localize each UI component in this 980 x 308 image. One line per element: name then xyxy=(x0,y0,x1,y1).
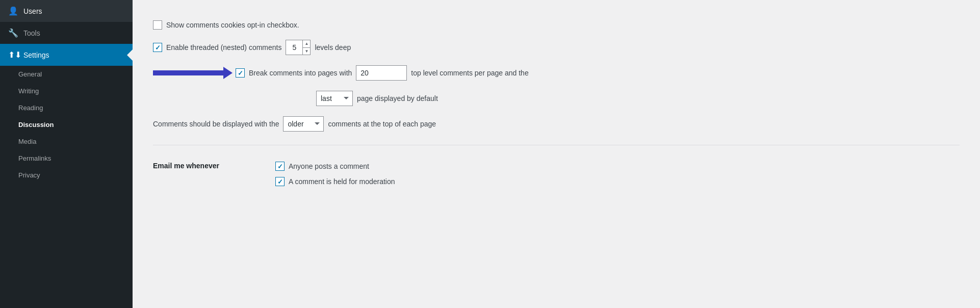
settings-icon: ⬆⬇ xyxy=(8,50,18,60)
main-content: Show comments cookies opt-in checkbox. E… xyxy=(133,0,980,308)
threaded-comments-spinner[interactable]: ▲ ▼ xyxy=(286,40,311,55)
sidebar-item-label: Users xyxy=(23,7,42,15)
sidebar-item-label: Tools xyxy=(23,29,40,37)
held-moderation-checkbox[interactable] xyxy=(275,177,285,186)
email-section-heading: Email me whenever xyxy=(153,162,265,170)
sidebar: 👤 Users 🔧 Tools ⬆⬇ Settings General Writ… xyxy=(0,0,133,308)
section-divider xyxy=(153,145,960,145)
blue-arrow-head xyxy=(223,67,233,79)
users-icon: 👤 xyxy=(8,6,18,16)
comments-display-label-after: comments at the top of each page xyxy=(328,120,436,128)
settings-section: Show comments cookies opt-in checkbox. E… xyxy=(153,15,960,194)
threaded-comments-label-after: levels deep xyxy=(315,43,351,52)
break-comments-label-before: Break comments into pages with xyxy=(249,69,352,77)
submenu-item-reading[interactable]: Reading xyxy=(0,99,133,116)
row-show-comments-cookies: Show comments cookies opt-in checkbox. xyxy=(153,15,960,35)
sidebar-item-settings[interactable]: ⬆⬇ Settings xyxy=(0,44,133,66)
submenu-item-privacy[interactable]: Privacy xyxy=(0,167,133,184)
anyone-posts-label: Anyone posts a comment xyxy=(289,162,369,170)
anyone-posts-checkbox[interactable] xyxy=(275,162,285,171)
held-moderation-label: A comment is held for moderation xyxy=(289,177,395,186)
tools-icon: 🔧 xyxy=(8,28,18,38)
page-default-select-wrapper: last first xyxy=(316,91,353,106)
email-item-held-moderation: A comment is held for moderation xyxy=(275,177,395,186)
page-default-label: page displayed by default xyxy=(357,94,438,102)
comments-display-select[interactable]: older newer xyxy=(283,116,324,132)
email-section-items: Anyone posts a comment A comment is held… xyxy=(275,162,395,186)
break-comments-checkbox[interactable] xyxy=(236,68,245,78)
threaded-comments-checkbox[interactable] xyxy=(153,43,162,52)
threaded-comments-label-before: Enable threaded (nested) comments xyxy=(166,43,281,52)
show-comments-cookies-checkbox[interactable] xyxy=(153,20,162,30)
sidebar-item-users[interactable]: 👤 Users xyxy=(0,0,133,22)
row-comments-display-order: Comments should be displayed with the ol… xyxy=(153,111,960,137)
threaded-comments-value[interactable] xyxy=(286,43,302,52)
spinner-up-arrow[interactable]: ▲ xyxy=(303,40,310,48)
submenu-item-permalinks[interactable]: Permalinks xyxy=(0,150,133,167)
row-page-default: last first page displayed by default xyxy=(153,86,960,111)
email-section: Email me whenever Anyone posts a comment… xyxy=(153,153,960,194)
submenu-item-discussion[interactable]: Discussion xyxy=(0,116,133,133)
row-break-comments: Break comments into pages with top level… xyxy=(153,60,960,86)
sidebar-item-label: Settings xyxy=(23,51,49,59)
row-threaded-comments: Enable threaded (nested) comments ▲ ▼ le… xyxy=(153,35,960,60)
show-comments-cookies-label: Show comments cookies opt-in checkbox. xyxy=(166,21,299,29)
break-comments-label-after: top level comments per page and the xyxy=(411,69,528,77)
spinner-arrows: ▲ ▼ xyxy=(302,40,310,55)
comments-display-label-before: Comments should be displayed with the xyxy=(153,120,279,128)
blue-arrow-body xyxy=(153,70,224,75)
spinner-down-arrow[interactable]: ▼ xyxy=(303,48,310,55)
blue-arrow-annotation xyxy=(153,70,224,75)
email-item-anyone-posts: Anyone posts a comment xyxy=(275,162,395,171)
sidebar-item-tools[interactable]: 🔧 Tools xyxy=(0,22,133,44)
settings-submenu: General Writing Reading Discussion Media… xyxy=(0,66,133,184)
submenu-item-media[interactable]: Media xyxy=(0,133,133,150)
break-comments-input[interactable] xyxy=(356,65,407,81)
submenu-item-general[interactable]: General xyxy=(0,66,133,83)
page-default-select[interactable]: last first xyxy=(317,91,352,106)
submenu-item-writing[interactable]: Writing xyxy=(0,83,133,99)
